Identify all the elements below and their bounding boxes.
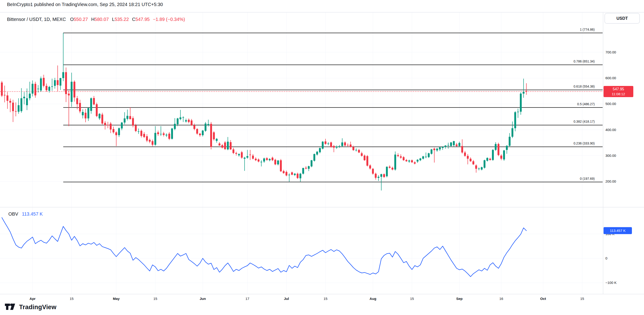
candle <box>272 157 274 161</box>
candle <box>146 134 148 142</box>
candle <box>255 157 257 161</box>
candle <box>288 174 290 182</box>
candle <box>204 122 206 132</box>
candle <box>291 172 293 175</box>
candle <box>310 160 312 167</box>
candle <box>316 151 318 156</box>
candle <box>442 146 444 150</box>
time-tick-label: 15 <box>324 297 328 301</box>
candle <box>118 128 120 137</box>
candle <box>126 110 128 121</box>
candle <box>244 157 246 171</box>
price-tick-label: 600.00 <box>606 76 616 80</box>
candle <box>157 131 159 136</box>
candle <box>439 147 441 151</box>
obv-legend[interactable]: OBV113.457 K <box>8 211 43 217</box>
candle <box>60 78 62 90</box>
candle <box>34 82 36 98</box>
candle <box>406 159 407 162</box>
candle <box>115 131 117 146</box>
candle <box>218 142 220 146</box>
candle <box>302 168 304 174</box>
candle <box>143 132 145 138</box>
candle <box>232 148 234 154</box>
candle <box>185 119 187 123</box>
candle <box>461 139 463 154</box>
candle <box>62 33 64 81</box>
candle <box>430 149 432 154</box>
candle <box>523 78 524 98</box>
candle <box>74 80 75 101</box>
candle <box>216 138 218 143</box>
candle <box>129 107 131 119</box>
candle <box>43 75 45 87</box>
candle <box>221 144 223 148</box>
attribution-text: BeInCrypto1 published on TradingView.com… <box>7 2 163 7</box>
candle <box>266 157 268 161</box>
candle <box>484 160 486 169</box>
candle <box>188 118 190 123</box>
candle <box>369 164 371 170</box>
candle <box>90 98 92 114</box>
candle <box>20 88 22 113</box>
time-tick-label: Jun <box>200 297 206 301</box>
candle <box>110 122 112 133</box>
candle <box>470 157 472 162</box>
candle <box>383 174 385 178</box>
candle <box>341 138 343 147</box>
candle <box>40 77 42 92</box>
candle <box>392 167 393 171</box>
grid-layer <box>0 12 602 294</box>
candle <box>269 158 270 161</box>
tradingview-logo-text: TradingView <box>19 304 56 311</box>
candle <box>140 129 142 137</box>
candle <box>305 166 307 169</box>
candle <box>422 156 424 160</box>
time-tick-label: 15 <box>580 297 584 301</box>
candle <box>520 92 522 115</box>
time-scale[interactable]: Apr15May15Jun17Jul15Aug15Sep16Oct15 <box>30 297 584 301</box>
candle <box>514 111 516 131</box>
candle <box>88 108 89 121</box>
tradingview-logo[interactable]: TradingView <box>5 303 56 311</box>
candle <box>492 149 494 161</box>
candle <box>453 141 455 147</box>
candle <box>375 173 377 180</box>
candle <box>416 159 418 163</box>
fib-label: 0 (197.69) <box>580 177 595 181</box>
obv-indicator-label: OBV <box>8 211 18 217</box>
candle <box>213 131 215 141</box>
candle <box>475 164 477 173</box>
symbol-title: Bittensor / USDT, 1D, MEXC <box>7 17 66 22</box>
candle <box>344 141 346 146</box>
candle <box>6 92 8 109</box>
candle <box>420 158 421 161</box>
candle <box>330 142 332 148</box>
candle <box>18 98 20 114</box>
candle <box>352 146 354 151</box>
chart-canvas[interactable]: 1 (774.86)0.786 (651.34)0.618 (554.38)0.… <box>0 0 644 315</box>
candle <box>358 149 360 153</box>
candle <box>411 159 413 163</box>
open-value: 550.27 <box>74 17 88 22</box>
low-value: 535.22 <box>114 17 129 22</box>
price-scale[interactable]: 700.00600.00500.00400.00300.00200.00100 … <box>606 50 616 285</box>
candle <box>517 108 519 118</box>
candle <box>258 158 260 162</box>
open-label: O <box>70 17 74 22</box>
currency-toggle-button[interactable]: USDT <box>604 13 640 24</box>
candle <box>300 173 301 182</box>
candle <box>23 92 25 104</box>
time-tick-label: 17 <box>246 297 250 301</box>
candle <box>160 126 162 136</box>
candlestick-series[interactable] <box>1 33 527 191</box>
candle <box>394 151 396 171</box>
candle <box>124 112 126 124</box>
candle <box>336 145 338 149</box>
price-tick-label: 500.00 <box>606 102 616 106</box>
high-value: 580.07 <box>94 17 109 22</box>
close-label: C <box>132 17 135 22</box>
candle <box>46 84 48 92</box>
symbol-legend[interactable]: Bittensor / USDT, 1D, MEXCO550.27H580.07… <box>7 17 185 22</box>
time-tick-label: May <box>113 297 120 301</box>
